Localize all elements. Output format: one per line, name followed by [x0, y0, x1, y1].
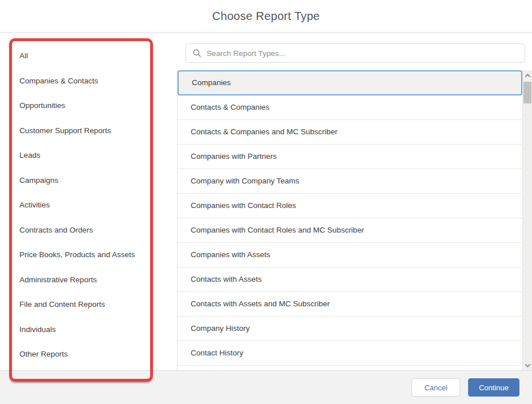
category-item[interactable]: Individuals [19, 317, 150, 342]
report-type-row[interactable]: Contact History [178, 341, 522, 366]
category-item[interactable]: All [19, 43, 150, 69]
report-type-row[interactable]: Companies with Assets [178, 243, 522, 267]
category-list: AllCompanies & ContactsOpportunitiesCust… [19, 43, 150, 367]
category-item[interactable]: Price Books, Products and Assets [19, 242, 150, 267]
cancel-button[interactable]: Cancel [412, 378, 460, 397]
category-item[interactable]: Opportunities [19, 93, 150, 118]
report-type-list: CompaniesContacts & CompaniesContacts & … [177, 70, 523, 370]
category-item[interactable]: Campaigns [19, 168, 150, 193]
category-item[interactable]: Leads [19, 143, 150, 168]
chevron-down-icon [525, 362, 530, 367]
scroll-up-button[interactable] [523, 70, 532, 81]
report-type-row[interactable]: Company with Company Teams [178, 169, 522, 194]
report-type-row[interactable]: Contacts & Companies [178, 95, 522, 120]
report-type-row[interactable]: Companies with Contact Roles [178, 194, 522, 218]
category-item[interactable]: Customer Support Reports [19, 118, 150, 143]
report-type-row[interactable]: Company History [178, 317, 522, 341]
report-type-row[interactable]: Companies with Contact Roles and MC Subs… [178, 218, 522, 243]
category-item[interactable]: Activities [19, 193, 150, 218]
scrollbar-thumb[interactable] [523, 82, 531, 103]
scroll-down-button[interactable] [523, 360, 532, 370]
report-type-row[interactable]: Contacts & Companies and MC Subscriber [178, 120, 522, 145]
category-item[interactable]: Other Reports [19, 342, 150, 367]
report-type-row[interactable]: Contacts with Assets and MC Subscriber [178, 292, 522, 317]
continue-button[interactable]: Continue [468, 378, 519, 397]
report-type-row[interactable]: Contacts with Assets [178, 267, 522, 292]
report-type-row[interactable]: Companies [178, 70, 522, 95]
search-icon [193, 49, 201, 57]
category-item[interactable]: Companies & Contacts [19, 69, 150, 94]
list-scrollbar[interactable] [523, 70, 532, 370]
modal-title: Choose Report Type [212, 10, 320, 23]
modal-footer: Cancel Continue [0, 370, 532, 404]
chevron-up-icon [525, 73, 530, 79]
search-input[interactable] [207, 49, 518, 58]
report-type-row[interactable]: Companies with Partners [178, 145, 522, 169]
modal-header: Choose Report Type [0, 0, 532, 33]
category-item[interactable]: File and Content Reports [19, 292, 150, 317]
search-box [186, 43, 525, 63]
category-item[interactable]: Administrative Reports [19, 267, 150, 293]
category-item[interactable]: Contracts and Orders [19, 218, 150, 243]
